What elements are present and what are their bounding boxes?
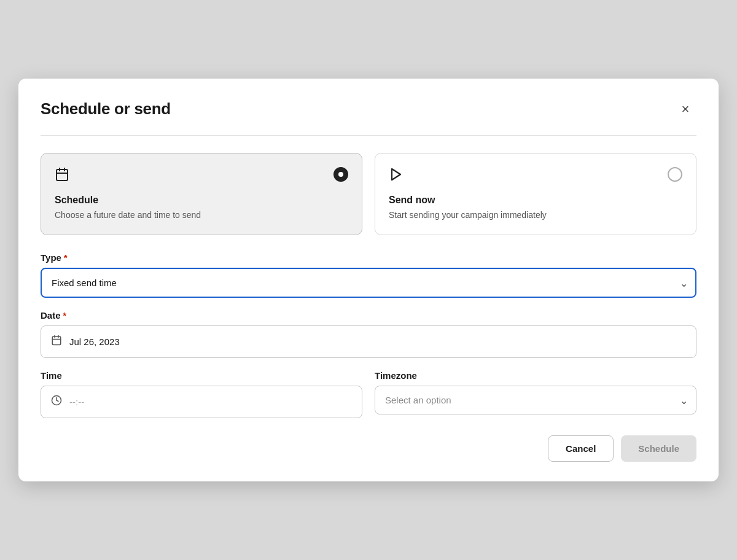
type-select-wrapper: Fixed send time Scheduled time Recurring… [41,268,696,298]
footer-row: Cancel Schedule [41,435,696,462]
type-required-star: * [64,253,67,263]
date-input-field[interactable]: Jul 26, 2023 [41,325,696,358]
time-field-col: Time --:-- [41,370,362,418]
timezone-label-text: Timezone [375,370,417,381]
schedule-dialog: Schedule or send × [18,79,719,482]
send-now-radio[interactable] [668,167,682,182]
time-placeholder: --:-- [69,397,84,407]
cancel-button[interactable]: Cancel [548,435,614,462]
date-label: Date * [41,310,696,321]
dialog-title: Schedule or send [41,99,171,119]
header-divider [41,135,696,136]
date-label-text: Date [41,310,61,321]
svg-rect-5 [52,336,61,345]
timezone-select-wrapper: Select an option UTC EST PST CST MST ⌄ [375,386,696,414]
send-now-option-desc: Start sending your campaign immediately [389,209,682,222]
send-now-card-top [389,167,682,186]
send-now-option-title: Send now [389,195,682,206]
clock-icon [51,395,62,409]
timezone-label: Timezone [375,370,696,381]
type-label: Type * [41,252,696,263]
time-input-field[interactable]: --:-- [41,386,362,418]
schedule-option-title: Schedule [55,195,348,206]
send-now-option-card[interactable]: Send now Start sending your campaign imm… [375,153,696,236]
dialog-header: Schedule or send × [41,98,696,120]
svg-rect-0 [57,169,68,181]
schedule-radio[interactable] [333,167,348,182]
timezone-select[interactable]: Select an option UTC EST PST CST MST [375,386,696,414]
schedule-button[interactable]: Schedule [621,435,696,462]
time-label: Time [41,370,362,381]
dialog-overlay: Schedule or send × [0,0,737,560]
schedule-card-top [55,167,348,186]
date-value: Jul 26, 2023 [69,336,120,347]
type-label-text: Type [41,252,61,263]
schedule-option-desc: Choose a future date and time to send [55,209,348,222]
date-required-star: * [63,311,66,321]
time-label-text: Time [41,370,62,381]
type-field-section: Type * Fixed send time Scheduled time Re… [41,252,696,298]
close-button[interactable]: × [674,98,696,120]
timezone-field-col: Timezone Select an option UTC EST PST CS… [375,370,696,418]
calendar-icon [55,167,69,186]
time-timezone-row: Time --:-- Timezone [41,370,696,418]
options-row: Schedule Choose a future date and time t… [41,153,696,236]
schedule-option-card[interactable]: Schedule Choose a future date and time t… [41,153,362,236]
date-calendar-icon [51,335,62,349]
svg-marker-4 [392,169,400,180]
date-field-section: Date * Jul 26, 2023 [41,310,696,358]
send-icon [389,167,404,186]
type-select[interactable]: Fixed send time Scheduled time Recurring [41,268,696,298]
